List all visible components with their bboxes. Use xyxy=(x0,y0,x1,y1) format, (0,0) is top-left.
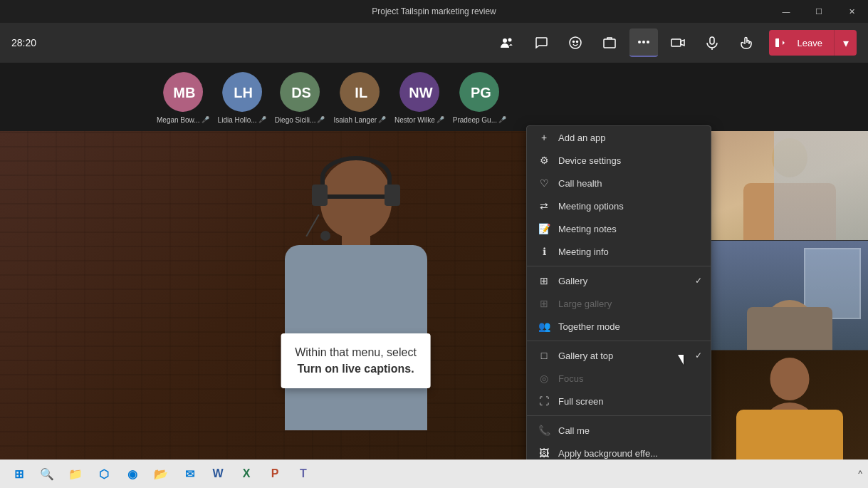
side-video-2 xyxy=(711,241,868,351)
menu-item-icon: ℹ xyxy=(538,246,550,257)
menu-item-icon: ⛶ xyxy=(538,395,550,407)
menu-item-icon: ⇄ xyxy=(538,200,550,212)
participant-thumb[interactable]: MB Megan Bow... 🎤 xyxy=(157,71,209,124)
participant-name: Isaiah Langer 🎤 xyxy=(333,116,386,124)
participant-thumb[interactable]: PG Pradeep Gu... 🎤 xyxy=(453,71,506,124)
participant-mic-icon: 🎤 xyxy=(258,116,266,123)
participant-mic-icon: 🎤 xyxy=(498,116,506,123)
menu-divider xyxy=(527,341,711,341)
participant-avatar: LH xyxy=(221,71,263,113)
menu-item-label: Meeting options xyxy=(558,201,624,212)
participant-mic-icon: 🎤 xyxy=(378,116,386,123)
participant-mic-icon: 🎤 xyxy=(317,116,325,123)
instruction-line2: Turn on live captions. xyxy=(295,361,417,377)
menu-item-icon: ⊞ xyxy=(538,298,550,309)
menu-item-together-mode[interactable]: 👥 Together mode xyxy=(527,315,711,338)
microphone-icon[interactable] xyxy=(698,28,726,57)
chat-icon[interactable] xyxy=(527,28,555,57)
participant-thumb[interactable]: IL Isaiah Langer 🎤 xyxy=(333,71,386,124)
menu-item-label: Meeting info xyxy=(558,246,609,257)
avatar-initials: NW xyxy=(399,72,441,113)
svg-rect-5 xyxy=(604,39,615,48)
menu-item-meeting-options[interactable]: ⇄ Meeting options xyxy=(527,194,711,217)
browser-icon[interactable]: ⬡ xyxy=(91,461,117,487)
menu-item-label: Large gallery xyxy=(558,298,612,309)
menu-item-icon: 📞 xyxy=(538,425,550,436)
instruction-line1: Within that menu, select xyxy=(295,345,417,360)
files-icon[interactable]: 📁 xyxy=(63,461,88,487)
menu-item-label: Device settings xyxy=(558,155,621,166)
video-area: Within that menu, select Turn on live ca… xyxy=(0,131,868,460)
leave-chevron-icon[interactable]: ▾ xyxy=(834,30,857,56)
participant-thumb[interactable]: LH Lidia Hollo... 🎤 xyxy=(218,71,266,124)
window-title: Project Tailspin marketing review xyxy=(372,6,496,16)
minimize-button[interactable]: — xyxy=(770,0,802,23)
word-icon[interactable]: W xyxy=(205,461,231,487)
menu-item-gallery-top[interactable]: □ Gallery at top ✓ xyxy=(527,344,711,367)
menu-item-label: Full screen xyxy=(558,396,604,407)
participant-name: Nestor Wilke 🎤 xyxy=(394,116,444,124)
meeting-timer: 28:20 xyxy=(11,37,36,48)
svg-point-4 xyxy=(576,41,577,43)
toolbar-icon-group xyxy=(493,28,760,57)
video-icon[interactable] xyxy=(664,28,692,57)
menu-check-icon: ✓ xyxy=(695,351,702,360)
menu-item-icon: ♡ xyxy=(538,177,550,189)
menu-divider xyxy=(527,266,711,266)
taskbar-show-desktop[interactable]: ^ xyxy=(858,469,862,479)
menu-item-icon: ⚙ xyxy=(538,155,550,166)
menu-divider xyxy=(527,415,711,416)
menu-item-label: Call health xyxy=(558,178,602,189)
close-button[interactable]: ✕ xyxy=(835,0,868,23)
search-icon[interactable]: 🔍 xyxy=(34,461,60,487)
menu-item-call-me[interactable]: 📞 Call me xyxy=(527,419,711,442)
outlook-icon[interactable]: ✉ xyxy=(177,461,202,487)
menu-item-icon: 👥 xyxy=(538,321,550,332)
instruction-tooltip: Within that menu, select Turn on live ca… xyxy=(281,333,431,388)
svg-point-8 xyxy=(647,41,649,43)
menu-item-label: Focus xyxy=(558,373,583,384)
edge-icon[interactable]: ◉ xyxy=(120,461,145,487)
menu-item-gallery[interactable]: ⊞ Gallery ✓ xyxy=(527,269,711,292)
participant-name: Lidia Hollo... 🎤 xyxy=(218,116,266,124)
windows-icon[interactable]: ⊞ xyxy=(6,461,31,487)
menu-item-full-screen[interactable]: ⛶ Full screen xyxy=(527,390,711,412)
menu-item-meeting-info[interactable]: ℹ Meeting info xyxy=(527,240,711,263)
participant-thumb[interactable]: NW Nestor Wilke 🎤 xyxy=(394,71,444,124)
menu-item-device-settings[interactable]: ⚙ Device settings xyxy=(527,149,711,172)
svg-point-3 xyxy=(572,41,574,43)
menu-item-label: Apply background effe... xyxy=(558,448,658,459)
menu-item-add-app[interactable]: + Add an app xyxy=(527,126,711,149)
teams-icon[interactable]: T xyxy=(291,461,316,487)
menu-item-label: Call me xyxy=(558,425,590,436)
leave-label: Leave xyxy=(786,38,834,48)
more-options-menu: + Add an app ⚙ Device settings ♡ Call he… xyxy=(526,125,711,488)
main-content-area: MB Megan Bow... 🎤 LH Lidia Hollo... 🎤 DS… xyxy=(0,63,868,460)
reactions-icon[interactable] xyxy=(561,28,590,57)
maximize-button[interactable]: ☐ xyxy=(802,0,835,23)
leave-button[interactable]: Leave ▾ xyxy=(769,30,857,56)
menu-check-icon: ✓ xyxy=(695,276,702,286)
participant-avatar: IL xyxy=(338,71,381,113)
menu-item-label: Add an app xyxy=(558,133,606,143)
avatar-initials: MB xyxy=(163,72,204,113)
participant-avatar: PG xyxy=(458,71,501,113)
menu-item-icon: 📝 xyxy=(538,223,550,234)
powerpoint-icon[interactable]: P xyxy=(262,461,288,487)
share-icon[interactable] xyxy=(595,28,624,57)
participant-name: Pradeep Gu... 🎤 xyxy=(453,116,506,124)
excel-icon[interactable]: X xyxy=(234,461,259,487)
people-icon[interactable] xyxy=(493,28,521,57)
more-options-icon[interactable] xyxy=(629,28,658,57)
side-video-1 xyxy=(711,131,868,241)
titlebar: Project Tailspin marketing review — ☐ ✕ xyxy=(0,0,868,23)
raise-hand-icon[interactable] xyxy=(732,28,760,57)
explorer-icon[interactable]: 📂 xyxy=(148,461,174,487)
menu-item-large-gallery: ⊞ Large gallery xyxy=(527,292,711,315)
participant-avatar: DS xyxy=(278,71,321,113)
menu-item-label: Together mode xyxy=(558,321,620,332)
participant-thumb[interactable]: DS Diego Sicili... 🎤 xyxy=(275,71,325,124)
menu-item-call-health[interactable]: ♡ Call health xyxy=(527,172,711,194)
avatar-initials: IL xyxy=(340,72,381,113)
menu-item-meeting-notes[interactable]: 📝 Meeting notes xyxy=(527,217,711,240)
